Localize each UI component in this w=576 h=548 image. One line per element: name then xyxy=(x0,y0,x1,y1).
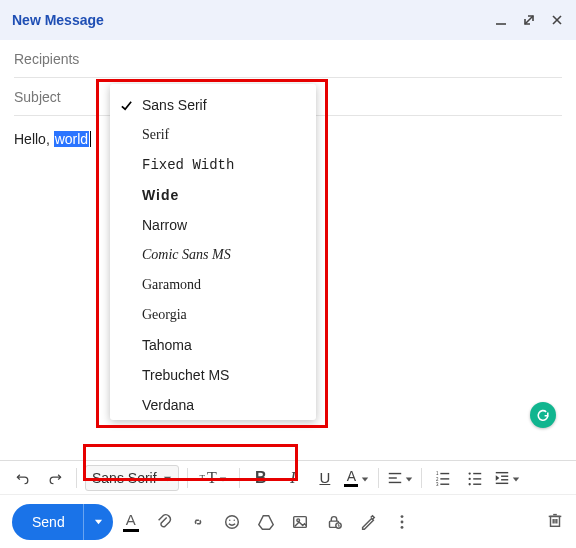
font-option-label: Comic Sans MS xyxy=(142,247,302,263)
italic-button[interactable]: I xyxy=(280,465,306,491)
font-option-garamond[interactable]: Garamond xyxy=(110,270,316,300)
font-option-comic-sans-ms[interactable]: Comic Sans MS xyxy=(110,240,316,270)
format-color-bar xyxy=(123,529,139,532)
close-icon[interactable] xyxy=(550,13,564,27)
align-button[interactable] xyxy=(387,465,413,491)
svg-text:1: 1 xyxy=(436,471,439,476)
send-button-group: Send xyxy=(12,504,113,540)
font-option-georgia[interactable]: Georgia xyxy=(110,300,316,330)
svg-point-30 xyxy=(225,515,238,528)
chevron-down-icon xyxy=(512,469,520,487)
text-color-label: A xyxy=(347,469,356,483)
chevron-down-icon xyxy=(405,469,413,487)
font-option-label: Narrow xyxy=(142,217,302,233)
font-option-label: Trebuchet MS xyxy=(142,367,302,383)
format-a-label: A xyxy=(126,511,136,528)
font-option-trebuchet-ms[interactable]: Trebuchet MS xyxy=(110,360,316,390)
grammarly-badge[interactable] xyxy=(530,402,556,428)
font-option-fixed-width[interactable]: Fixed Width xyxy=(110,150,316,180)
svg-point-40 xyxy=(400,515,403,518)
undo-button[interactable] xyxy=(10,465,36,491)
popout-icon[interactable] xyxy=(522,13,536,27)
separator xyxy=(421,468,422,488)
title-bar: New Message xyxy=(0,0,576,40)
insert-signature-button[interactable] xyxy=(359,513,377,531)
svg-point-17 xyxy=(468,472,470,474)
text-color-button[interactable]: A xyxy=(344,465,370,491)
separator xyxy=(378,468,379,488)
svg-point-18 xyxy=(468,477,470,479)
font-option-verdana[interactable]: Verdana xyxy=(110,390,316,420)
attach-file-button[interactable] xyxy=(155,513,173,531)
send-label: Send xyxy=(32,514,65,530)
format-toolbar: Sans Serif T T B I U A xyxy=(0,460,576,494)
body-text-selected: world xyxy=(54,131,89,147)
more-options-button[interactable] xyxy=(393,513,411,531)
font-option-label: Sans Serif xyxy=(142,97,302,113)
svg-marker-6 xyxy=(362,477,368,481)
font-family-selector[interactable]: Sans Serif xyxy=(85,465,179,491)
font-option-label: Tahoma xyxy=(142,337,302,353)
svg-line-1 xyxy=(525,16,533,24)
font-option-serif[interactable]: Serif xyxy=(110,120,316,150)
recipients-label: Recipients xyxy=(14,51,79,67)
svg-marker-5 xyxy=(220,477,226,481)
subject-label: Subject xyxy=(14,89,61,105)
svg-marker-4 xyxy=(163,476,170,481)
compose-title: New Message xyxy=(12,12,494,28)
chevron-down-icon xyxy=(219,469,227,487)
font-family-menu[interactable]: Sans SerifSerifFixed WidthWideNarrowComi… xyxy=(110,84,316,420)
bold-button[interactable]: B xyxy=(248,465,274,491)
font-size-selector[interactable]: T T xyxy=(196,465,231,491)
svg-point-32 xyxy=(233,519,234,520)
bottom-bar: Send A xyxy=(0,494,576,548)
svg-marker-33 xyxy=(259,515,273,529)
font-option-label: Garamond xyxy=(142,277,302,293)
font-option-wide[interactable]: Wide xyxy=(110,180,316,210)
numbered-list-button[interactable]: 1 2 3 xyxy=(430,465,456,491)
small-t-icon: T xyxy=(200,473,206,483)
insert-drive-button[interactable] xyxy=(257,513,275,531)
font-option-label: Georgia xyxy=(142,307,302,323)
svg-text:2: 2 xyxy=(436,476,439,481)
insert-photo-button[interactable] xyxy=(291,513,309,531)
svg-text:3: 3 xyxy=(436,482,439,486)
recipients-field[interactable]: Recipients xyxy=(14,40,562,78)
confidential-mode-button[interactable] xyxy=(325,513,343,531)
redo-button[interactable] xyxy=(42,465,68,491)
send-button[interactable]: Send xyxy=(12,504,83,540)
separator xyxy=(187,468,188,488)
svg-marker-29 xyxy=(95,520,102,525)
minimize-icon[interactable] xyxy=(494,13,508,27)
font-option-narrow[interactable]: Narrow xyxy=(110,210,316,240)
font-option-label: Wide xyxy=(142,187,302,203)
color-bar xyxy=(344,484,358,487)
chevron-down-icon xyxy=(163,470,172,486)
text-caret xyxy=(90,131,91,147)
formatting-toggle-button[interactable]: A xyxy=(123,511,139,532)
insert-link-button[interactable] xyxy=(189,513,207,531)
indent-button[interactable] xyxy=(494,465,520,491)
insert-emoji-button[interactable] xyxy=(223,513,241,531)
compose-window: New Message Recipients Subject Hello, wo… xyxy=(0,0,576,548)
font-option-tahoma[interactable]: Tahoma xyxy=(110,330,316,360)
svg-point-42 xyxy=(400,525,403,528)
check-icon xyxy=(120,99,142,112)
body-text-prefix: Hello, xyxy=(14,131,54,147)
font-option-sans-serif[interactable]: Sans Serif xyxy=(110,90,316,120)
svg-point-41 xyxy=(400,520,403,523)
send-options-button[interactable] xyxy=(83,504,113,540)
svg-point-19 xyxy=(468,483,470,485)
font-option-label: Serif xyxy=(142,127,302,143)
svg-point-31 xyxy=(229,519,230,520)
bulleted-list-button[interactable] xyxy=(462,465,488,491)
font-option-label: Verdana xyxy=(142,397,302,413)
chevron-down-icon xyxy=(361,469,369,487)
separator xyxy=(76,468,77,488)
svg-marker-27 xyxy=(496,475,500,480)
underline-button[interactable]: U xyxy=(312,465,338,491)
font-option-label: Fixed Width xyxy=(142,157,302,173)
svg-marker-10 xyxy=(406,477,412,481)
discard-draft-button[interactable] xyxy=(546,511,564,533)
large-t-icon: T xyxy=(207,469,217,487)
